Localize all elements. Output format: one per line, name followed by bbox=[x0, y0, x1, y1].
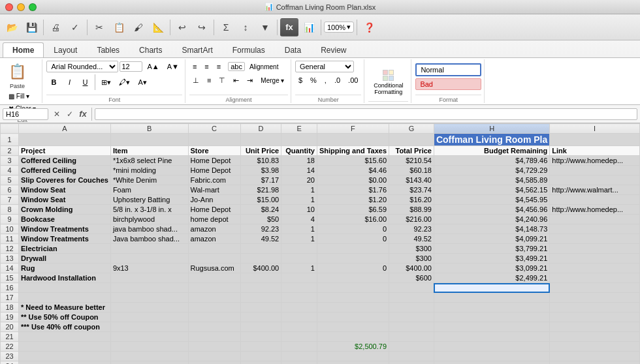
cell-20-6[interactable] bbox=[317, 322, 389, 332]
cell-9-9[interactable] bbox=[550, 215, 640, 224]
col-header-I[interactable]: I bbox=[550, 124, 640, 134]
cell-16-8[interactable] bbox=[434, 283, 549, 293]
wrap-text-button[interactable]: Alignment bbox=[246, 61, 281, 72]
cell-11-5[interactable]: 1 bbox=[281, 234, 317, 244]
cell-15-1[interactable]: Hardwood Installation bbox=[19, 273, 111, 283]
cell-10-7[interactable]: 92.23 bbox=[389, 224, 434, 234]
cell-reference-input[interactable] bbox=[3, 108, 48, 120]
cell-2-4[interactable]: Unit Price bbox=[240, 146, 281, 156]
highlight-button[interactable]: 🖍▾ bbox=[116, 76, 133, 88]
cell-17-4[interactable] bbox=[240, 293, 281, 303]
row-header-11[interactable]: 11 bbox=[1, 234, 19, 244]
cell-24-1[interactable] bbox=[19, 361, 111, 365]
cell-19-4[interactable] bbox=[240, 312, 281, 322]
tab-smartart[interactable]: SmartArt bbox=[172, 42, 222, 57]
cell-6-9[interactable]: http://www.walmart... bbox=[550, 185, 640, 195]
cell-24-9[interactable] bbox=[550, 361, 640, 365]
cell-6-4[interactable]: $21.98 bbox=[240, 185, 281, 195]
cell-10-1[interactable]: Window Treatments bbox=[19, 224, 111, 234]
cell-15-9[interactable] bbox=[550, 273, 640, 283]
tab-review[interactable]: Review bbox=[311, 42, 356, 57]
cell-9-4[interactable]: $50 bbox=[240, 215, 281, 224]
cell-23-8[interactable] bbox=[434, 352, 549, 361]
cell-7-2[interactable]: Uphostery Batting bbox=[110, 195, 188, 205]
bottom-align-button[interactable]: ⊥ bbox=[189, 74, 202, 86]
cell-18-6[interactable] bbox=[317, 303, 389, 312]
cell-4-2[interactable]: *mini molding bbox=[110, 166, 188, 175]
print-button[interactable]: 🖨 bbox=[46, 18, 65, 37]
row-header-19[interactable]: 19 bbox=[1, 312, 19, 322]
cell-10-9[interactable] bbox=[550, 224, 640, 234]
cell-3-1[interactable]: Coffered Ceiling bbox=[19, 156, 111, 166]
cell-12-2[interactable] bbox=[110, 244, 188, 254]
cell-20-1[interactable]: *** Use 40% off coupon bbox=[19, 322, 111, 332]
cell-18-7[interactable] bbox=[389, 303, 434, 312]
cell-21-2[interactable] bbox=[110, 332, 188, 342]
cell-20-2[interactable] bbox=[110, 322, 188, 332]
cell-3-5[interactable]: 18 bbox=[281, 156, 317, 166]
cell-2-7[interactable]: Total Price bbox=[389, 146, 434, 156]
cell-19-9[interactable] bbox=[550, 312, 640, 322]
cell-14-3[interactable]: Rugsusa.com bbox=[188, 264, 240, 273]
cell-3-9[interactable]: http://www.homedep... bbox=[550, 156, 640, 166]
cell-9-8[interactable]: $4,240.96 bbox=[434, 215, 549, 224]
cell-15-2[interactable] bbox=[110, 273, 188, 283]
cell-23-7[interactable] bbox=[389, 352, 434, 361]
comma-button[interactable]: , bbox=[321, 74, 330, 86]
cell-6-2[interactable]: Foam bbox=[110, 185, 188, 195]
cell-2-8[interactable]: Budget Remaining bbox=[434, 146, 549, 156]
minimize-button[interactable] bbox=[17, 3, 25, 11]
row-header-21[interactable]: 21 bbox=[1, 332, 19, 342]
cell-16-7[interactable] bbox=[389, 283, 434, 293]
col-header-G[interactable]: G bbox=[389, 124, 434, 134]
cell-1-2[interactable] bbox=[110, 134, 188, 146]
cell-4-9[interactable] bbox=[550, 166, 640, 175]
cell-21-4[interactable] bbox=[240, 332, 281, 342]
cell-18-3[interactable] bbox=[188, 303, 240, 312]
cell-17-2[interactable] bbox=[110, 293, 188, 303]
cell-21-6[interactable] bbox=[317, 332, 389, 342]
cell-21-7[interactable] bbox=[389, 332, 434, 342]
cell-21-1[interactable] bbox=[19, 332, 111, 342]
cell-17-9[interactable] bbox=[550, 293, 640, 303]
cell-16-4[interactable] bbox=[240, 283, 281, 293]
cell-8-1[interactable]: Crown Molding bbox=[19, 205, 111, 215]
cell-12-7[interactable]: $300 bbox=[389, 244, 434, 254]
cell-2-3[interactable]: Store bbox=[188, 146, 240, 156]
cell-2-5[interactable]: Quantity bbox=[281, 146, 317, 156]
cell-16-2[interactable] bbox=[110, 283, 188, 293]
save-button[interactable]: 💾 bbox=[22, 18, 40, 37]
indent-dec-button[interactable]: ⇤ bbox=[230, 74, 242, 86]
cell-10-5[interactable]: 1 bbox=[281, 224, 317, 234]
cell-23-4[interactable] bbox=[240, 352, 281, 361]
cell-4-3[interactable]: Home Depot bbox=[188, 166, 240, 175]
cell-1-4[interactable] bbox=[240, 134, 281, 146]
row-header-15[interactable]: 15 bbox=[1, 273, 19, 283]
paste-button[interactable]: 📋 bbox=[5, 62, 29, 82]
tab-formulas[interactable]: Formulas bbox=[223, 42, 275, 57]
formula-input[interactable] bbox=[95, 108, 637, 120]
cell-14-8[interactable]: $3,099.21 bbox=[434, 264, 549, 273]
cell-22-6[interactable]: $2,500.79 bbox=[317, 342, 389, 352]
col-header-E[interactable]: E bbox=[281, 124, 317, 134]
cell-15-4[interactable] bbox=[240, 273, 281, 283]
cell-3-7[interactable]: $210.54 bbox=[389, 156, 434, 166]
cell-19-6[interactable] bbox=[317, 312, 389, 322]
cell-4-4[interactable]: $3.98 bbox=[240, 166, 281, 175]
cell-6-5[interactable]: 1 bbox=[281, 185, 317, 195]
cell-23-1[interactable] bbox=[19, 352, 111, 361]
cell-14-2[interactable]: 9x13 bbox=[110, 264, 188, 273]
cell-12-1[interactable]: Electrician bbox=[19, 244, 111, 254]
row-header-4[interactable]: 4 bbox=[1, 166, 19, 175]
cell-5-8[interactable]: $4,585.89 bbox=[434, 175, 549, 185]
cell-19-1[interactable]: ** Use 50% off Coupon bbox=[19, 312, 111, 322]
cell-8-6[interactable]: $6.59 bbox=[317, 205, 389, 215]
cell-18-4[interactable] bbox=[240, 303, 281, 312]
cell-11-8[interactable]: $4,099.21 bbox=[434, 234, 549, 244]
copy-button[interactable]: 📋 bbox=[110, 18, 128, 37]
conditional-format-button[interactable]: Conditional Formatting bbox=[370, 68, 406, 97]
cell-2-2[interactable]: Item bbox=[110, 146, 188, 156]
cell-13-5[interactable] bbox=[281, 254, 317, 264]
cell-5-7[interactable]: $143.40 bbox=[389, 175, 434, 185]
filter-button[interactable]: ▼ bbox=[256, 18, 274, 37]
